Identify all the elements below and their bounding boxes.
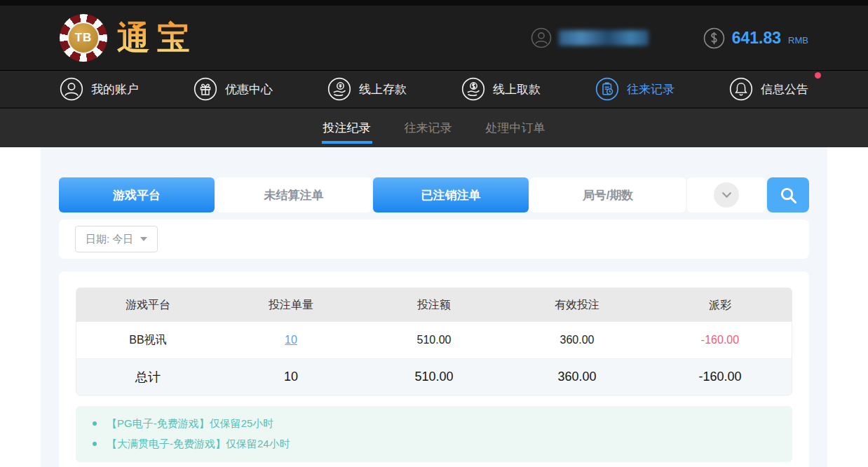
- tab-bet-records[interactable]: 投注纪录: [322, 109, 372, 147]
- search-icon: [779, 186, 798, 205]
- nav-item-label: 往来记录: [627, 81, 674, 97]
- site-logo[interactable]: TB 通宝: [60, 14, 197, 62]
- deposit-icon: [327, 77, 351, 101]
- gift-icon: [194, 77, 217, 101]
- bet-summary-table-wrap: 游戏平台 投注单量 投注额 有效投注 派彩 BB视讯 10 510.00: [76, 287, 792, 395]
- filter-unsettled-button[interactable]: 未结算注单: [216, 177, 372, 212]
- user-icon: [60, 77, 83, 101]
- records-icon: [595, 77, 619, 101]
- username-blurred: [559, 30, 649, 46]
- chevron-down-icon: [721, 191, 732, 198]
- nav-item-my-account[interactable]: 我的账户: [60, 77, 139, 101]
- table-row: BB视讯 10 510.00 360.00 -160.00: [76, 322, 792, 358]
- search-button[interactable]: [767, 177, 809, 212]
- nav-item-label: 线上存款: [359, 81, 407, 97]
- date-filter-card: 日期: 今日: [59, 219, 809, 259]
- nav-item-transaction-records[interactable]: 往来记录: [595, 77, 674, 101]
- nav-item-label: 线上取款: [493, 81, 541, 97]
- total-bet-amount: 510.00: [362, 358, 506, 395]
- filter-cancelled-button[interactable]: 已注销注单: [373, 177, 529, 212]
- cell-platform: BB视讯: [76, 322, 219, 358]
- filter-game-platform-button[interactable]: 游戏平台: [59, 177, 215, 212]
- cell-bet-amount: 510.00: [362, 322, 506, 358]
- main-nav: 我的账户 优惠中心 线上存款 线上取款: [0, 70, 868, 107]
- nav-item-deposit[interactable]: 线上存款: [327, 77, 407, 101]
- nav-item-withdraw[interactable]: 线上取款: [461, 77, 541, 101]
- caret-down-icon: [140, 237, 147, 241]
- nav-item-label: 信息公告: [761, 81, 808, 97]
- poker-chip-logo-icon: TB: [60, 14, 107, 62]
- cell-payout: -160.00: [649, 322, 792, 358]
- total-payout: -160.00: [649, 358, 792, 395]
- nav-item-label: 优惠中心: [225, 81, 273, 97]
- notification-badge-dot: [815, 72, 821, 79]
- bet-summary-table: 游戏平台 投注单量 投注额 有效投注 派彩 BB视讯 10 510.00: [76, 288, 792, 395]
- records-subnav: 投注纪录 往来记录 处理中订单: [0, 107, 868, 147]
- user-avatar-icon: [531, 27, 552, 48]
- column-header-payout: 派彩: [649, 288, 792, 322]
- filter-row: 游戏平台 未结算注单 已注销注单 局号/期数: [59, 177, 809, 212]
- table-header-row: 游戏平台 投注单量 投注额 有效投注 派彩: [76, 288, 792, 322]
- bell-icon: [729, 77, 753, 101]
- column-header-valid-bet: 有效投注: [506, 288, 649, 322]
- tab-transaction-records[interactable]: 往来记录: [403, 109, 454, 147]
- total-bet-count: 10: [219, 358, 362, 395]
- nav-item-label: 我的账户: [91, 81, 139, 97]
- cell-bet-count: 10: [219, 322, 362, 358]
- tab-pending-orders[interactable]: 处理中订单: [484, 109, 547, 147]
- cell-valid-bet: 360.00: [506, 322, 649, 358]
- column-header-platform: 游戏平台: [76, 288, 219, 322]
- column-header-bet-count: 投注单量: [219, 288, 362, 322]
- dollar-coin-icon: [703, 27, 725, 49]
- balance-currency: RMB: [788, 35, 808, 46]
- total-valid-bet: 360.00: [506, 358, 649, 395]
- user-account[interactable]: [531, 27, 649, 48]
- balance-display: 641.83 RMB: [703, 27, 808, 49]
- filter-round-number-button[interactable]: 局号/期数: [530, 177, 686, 212]
- date-dropdown[interactable]: 日期: 今日: [75, 226, 158, 252]
- bet-summary-card: 游戏平台 投注单量 投注额 有效投注 派彩 BB视讯 10 510.00: [59, 271, 809, 467]
- balance-amount: 641.83: [732, 29, 781, 48]
- nav-item-promotions[interactable]: 优惠中心: [194, 77, 273, 101]
- content-panel: 游戏平台 未结算注单 已注销注单 局号/期数 日期: 今日: [41, 147, 827, 467]
- header-right: 641.83 RMB: [531, 27, 808, 49]
- note-item: 【大满贯电子-免费游戏】仅保留24小时: [76, 433, 792, 454]
- chevron-circle: [714, 182, 739, 208]
- total-label: 总计: [76, 358, 219, 395]
- site-title: 通宝: [117, 16, 197, 60]
- date-dropdown-label: 日期: 今日: [86, 233, 133, 246]
- withdraw-icon: [461, 77, 485, 101]
- top-header: TB 通宝 641.83 RMB: [0, 0, 868, 70]
- logo-badge: TB: [67, 22, 100, 54]
- table-total-row: 总计 10 510.00 360.00 -160.00: [76, 358, 792, 395]
- retention-notes: 【PG电子-免费游戏】仅保留25小时 【大满贯电子-免费游戏】仅保留24小时: [76, 406, 792, 462]
- column-header-bet-amount: 投注额: [362, 288, 506, 322]
- note-item: 【PG电子-免费游戏】仅保留25小时: [76, 413, 792, 433]
- nav-item-announcements[interactable]: 信息公告: [729, 77, 808, 101]
- expand-filters-button[interactable]: [687, 177, 766, 212]
- bet-count-link[interactable]: 10: [285, 334, 297, 346]
